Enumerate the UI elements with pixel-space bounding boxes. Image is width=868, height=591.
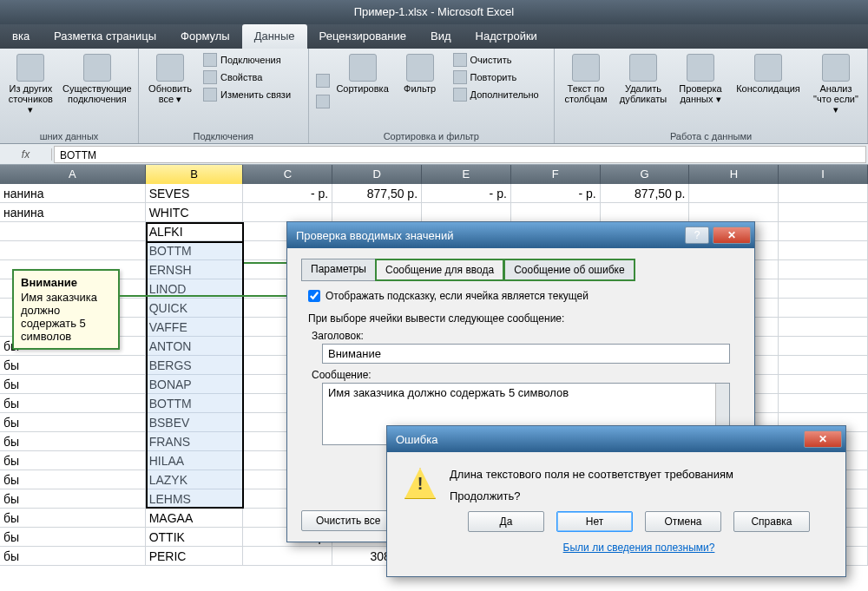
help-button[interactable]: Справка <box>733 511 810 532</box>
close-button[interactable]: ✕ <box>713 227 751 244</box>
cell[interactable] <box>779 337 868 355</box>
cell[interactable] <box>779 203 868 221</box>
clear-filter-button[interactable]: Очистить <box>451 52 541 68</box>
help-button[interactable]: ? <box>685 227 709 244</box>
tab-formulas[interactable]: Формулы <box>168 24 242 49</box>
cell[interactable] <box>779 184 868 202</box>
cell[interactable]: FRANS <box>146 432 244 450</box>
cell[interactable]: бы <box>0 451 146 470</box>
col-header-A[interactable]: A <box>0 165 146 184</box>
tab-error-alert[interactable]: Сообщение об ошибке <box>503 259 635 281</box>
no-button[interactable]: Нет <box>556 511 633 532</box>
cell[interactable]: QUICK <box>146 299 244 317</box>
cell[interactable]: MAGAA <box>146 509 244 527</box>
col-header-B[interactable]: B <box>146 165 244 184</box>
tab-addins[interactable]: Надстройки <box>464 24 549 49</box>
close-button[interactable]: ✕ <box>804 430 842 448</box>
cell[interactable]: 877,50 р. <box>601 184 690 202</box>
cell[interactable] <box>779 356 868 374</box>
cell[interactable]: бы <box>0 432 146 450</box>
col-header-D[interactable]: D <box>332 165 422 184</box>
table-row[interactable]: нанинаWHITC <box>0 203 868 222</box>
filter-button[interactable]: Фильтр <box>394 52 446 129</box>
cell[interactable]: ANTON <box>146 337 244 355</box>
cell[interactable]: - р. <box>511 184 601 202</box>
connections-button[interactable]: Подключения <box>201 52 293 68</box>
cell[interactable]: бы <box>0 413 146 431</box>
col-header-I[interactable]: I <box>779 165 868 184</box>
remove-duplicates-button[interactable]: Удалить дубликаты <box>617 52 669 129</box>
cell[interactable] <box>779 260 868 279</box>
cell[interactable] <box>779 299 868 317</box>
cell[interactable]: VAFFE <box>146 318 244 336</box>
cell[interactable]: бы <box>0 375 146 393</box>
cell[interactable] <box>779 241 868 259</box>
cell[interactable]: ALFKI <box>146 222 244 240</box>
cancel-button[interactable]: Отмена <box>645 511 721 532</box>
dialog-titlebar[interactable]: Проверка вводимых значений ? ✕ <box>287 222 754 248</box>
show-input-message-checkbox[interactable] <box>308 290 320 302</box>
cell[interactable]: бы <box>0 394 146 412</box>
cell[interactable]: PERIC <box>146 547 244 565</box>
consolidate-button[interactable]: Консолидация <box>732 52 805 129</box>
cell[interactable]: бы <box>0 547 146 565</box>
data-validation-button[interactable]: Проверка данных ▾ <box>674 52 727 129</box>
cell[interactable] <box>0 241 146 259</box>
feedback-link[interactable]: Были ли сведения полезными? <box>563 542 715 554</box>
cell[interactable] <box>779 222 868 240</box>
cell[interactable]: LAZYK <box>146 470 244 489</box>
cell[interactable]: BONAP <box>146 375 244 393</box>
cell[interactable] <box>689 184 779 202</box>
tab-view[interactable]: Вид <box>418 24 464 49</box>
cell[interactable]: бы <box>0 470 146 489</box>
cell[interactable]: BOTTM <box>146 241 244 259</box>
cell[interactable]: SEVES <box>146 184 244 202</box>
tab-input-message[interactable]: Сообщение для ввода <box>375 259 504 281</box>
cell[interactable]: HILAA <box>146 451 244 470</box>
cell[interactable]: нанина <box>0 203 146 221</box>
yes-button[interactable]: Да <box>468 511 544 532</box>
cell[interactable] <box>689 203 779 221</box>
sort-az-button[interactable] <box>314 73 332 89</box>
cell[interactable]: бы <box>0 528 146 546</box>
cell[interactable] <box>779 318 868 336</box>
tab-data[interactable]: Данные <box>242 24 307 49</box>
cell[interactable]: LEHMS <box>146 489 244 508</box>
reapply-button[interactable]: Повторить <box>451 69 541 85</box>
fx-icon[interactable]: fx <box>0 148 52 161</box>
cell[interactable]: BSBEV <box>146 413 244 431</box>
cell[interactable]: BERGS <box>146 356 244 374</box>
sort-button[interactable]: Сортировка <box>337 52 389 129</box>
cell[interactable]: нанина <box>0 184 146 202</box>
edit-links-button[interactable]: Изменить связи <box>201 87 293 102</box>
advanced-filter-button[interactable]: Дополнительно <box>451 87 541 102</box>
tab-insert[interactable]: вка <box>0 24 42 49</box>
cell[interactable] <box>243 203 332 221</box>
cell[interactable] <box>779 279 868 298</box>
cell[interactable]: ERNSH <box>146 260 244 279</box>
cell[interactable]: - р. <box>243 184 332 202</box>
text-to-columns-button[interactable]: Текст по столбцам <box>560 52 612 129</box>
cell[interactable] <box>0 222 146 240</box>
refresh-all-button[interactable]: Обновить все ▾ <box>144 52 196 129</box>
what-if-button[interactable]: Анализ "что если" ▾ <box>810 52 862 129</box>
cell[interactable]: 877,50 р. <box>332 184 422 202</box>
title-input[interactable]: Внимание <box>322 344 730 364</box>
col-header-G[interactable]: G <box>601 165 690 184</box>
cell[interactable]: WHITC <box>146 203 244 221</box>
cell[interactable]: бы <box>0 509 146 527</box>
tab-parameters[interactable]: Параметры <box>301 259 376 281</box>
sort-za-button[interactable] <box>314 94 332 109</box>
cell[interactable] <box>511 203 601 221</box>
table-row[interactable]: нанинаSEVES- р.877,50 р.- р.- р.877,50 р… <box>0 184 868 203</box>
col-header-H[interactable]: H <box>689 165 779 184</box>
cell[interactable]: OTTIK <box>146 528 244 546</box>
cell[interactable]: - р. <box>422 184 511 202</box>
cell[interactable] <box>779 375 868 393</box>
cell[interactable] <box>601 203 690 221</box>
cell[interactable] <box>243 547 332 565</box>
from-other-sources-button[interactable]: Из других сточников ▾ <box>5 52 56 129</box>
cell[interactable]: BOTTM <box>146 394 244 412</box>
col-header-F[interactable]: F <box>511 165 601 184</box>
properties-button[interactable]: Свойства <box>201 69 293 85</box>
